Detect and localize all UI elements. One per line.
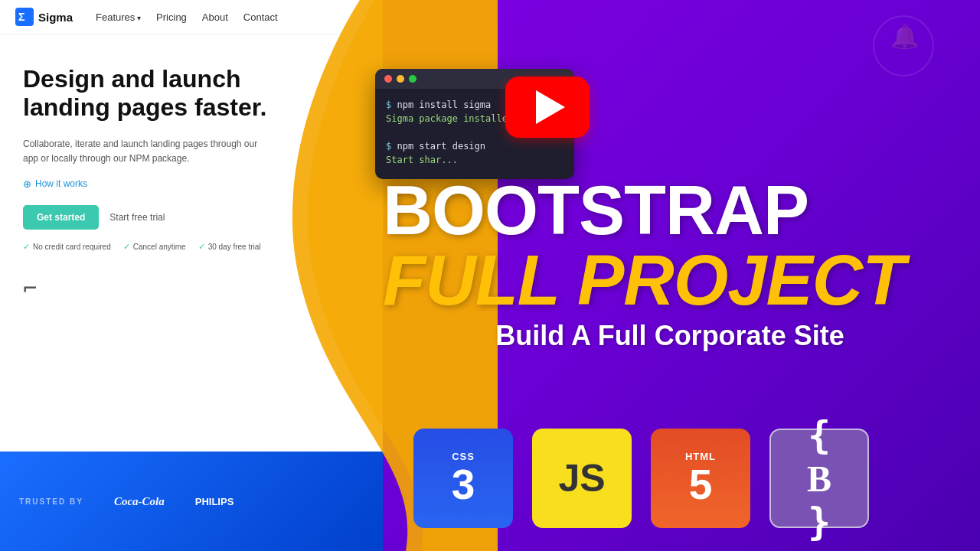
badge-trial-text: 30 day free trial (208, 243, 261, 251)
t-cmd-2: npm start design (397, 141, 485, 152)
get-started-button[interactable]: Get started (23, 205, 99, 230)
nav-features[interactable]: Features (96, 11, 141, 23)
play-icon (536, 90, 565, 124)
nav-pricing[interactable]: Pricing (156, 11, 187, 23)
bs-braces: { (808, 413, 831, 458)
zigzag-graphic: ⌐ (23, 275, 360, 302)
cta-buttons: Get started Start free trial (23, 205, 360, 230)
badge-cancel: ✓ Cancel anytime (123, 242, 186, 252)
badge-no-cc-text: No credit card required (33, 243, 111, 251)
trust-label: TRUSTED BY (19, 497, 83, 506)
t-output-2: Start shar... (386, 155, 458, 165)
feature-badges: ✓ No credit card required ✓ Cancel anyti… (23, 242, 360, 252)
website-preview: Σ Sigma Features Pricing About Contact D… (0, 0, 383, 551)
full-project-label: FULL PROJECT (383, 245, 957, 315)
subtitle-text: Build A Full Corporate Site (383, 320, 957, 352)
logo: Σ Sigma (15, 8, 73, 26)
youtube-play-button[interactable] (505, 77, 590, 138)
brand-cocacola: Coca-Cola (114, 495, 165, 508)
terminal-line-4: Start shar... (386, 155, 564, 165)
dot-green (409, 75, 416, 83)
js-badge: JS (532, 429, 632, 528)
html-number: 5 (689, 464, 713, 506)
bootstrap-badge: { B } (769, 429, 869, 528)
nav-contact[interactable]: Contact (243, 11, 278, 23)
bell-icon: 🔔 (890, 23, 919, 50)
navbar: Σ Sigma Features Pricing About Contact (0, 0, 383, 34)
brand-philips: PHILIPS (195, 496, 234, 507)
css-number: 3 (452, 464, 475, 506)
bs-b: B (807, 458, 831, 500)
bootstrap-label: BOOTSTRAP (383, 176, 957, 245)
html-badge: HTML 5 (651, 429, 750, 528)
hero-section: Design and launch landing pages faster. … (0, 34, 383, 317)
dot-red (384, 75, 392, 83)
badge-cancel-text: Cancel anytime (133, 243, 186, 251)
tech-icons-row: CSS 3 JS HTML 5 { B } (413, 429, 869, 528)
nav-about[interactable]: About (202, 11, 228, 23)
nav-links: Features Pricing About Contact (96, 11, 278, 23)
main-text-overlay: BOOTSTRAP FULL PROJECT Build A Full Corp… (383, 176, 957, 352)
terminal-line-3: $ npm start design (386, 141, 564, 152)
logo-text: Sigma (38, 11, 73, 24)
trust-section: TRUSTED BY Coca-Cola PHILIPS (0, 452, 383, 551)
badge-no-cc: ✓ No credit card required (23, 242, 111, 252)
dot-yellow (397, 75, 404, 83)
hero-heading: Design and launch landing pages faster. (23, 65, 276, 122)
check-icon-3: ✓ (198, 242, 205, 252)
how-it-works-link[interactable]: How it works (23, 178, 360, 190)
t-prompt-2: $ (386, 141, 397, 152)
svg-text:Σ: Σ (18, 11, 24, 23)
check-icon-2: ✓ (123, 242, 130, 252)
hero-description: Collaborate, iterate and launch landing … (23, 137, 268, 166)
badge-trial: ✓ 30 day free trial (198, 242, 261, 252)
check-icon: ✓ (23, 242, 30, 252)
sigma-logo-icon: Σ (15, 8, 34, 26)
t-prompt-1: $ (386, 99, 397, 110)
t-cmd-1: npm install sigma (397, 99, 491, 110)
css-badge: CSS 3 (413, 429, 513, 528)
js-number: JS (558, 459, 605, 497)
bs-braces-close: } (808, 500, 831, 544)
free-trial-button[interactable]: Start free trial (109, 212, 165, 223)
